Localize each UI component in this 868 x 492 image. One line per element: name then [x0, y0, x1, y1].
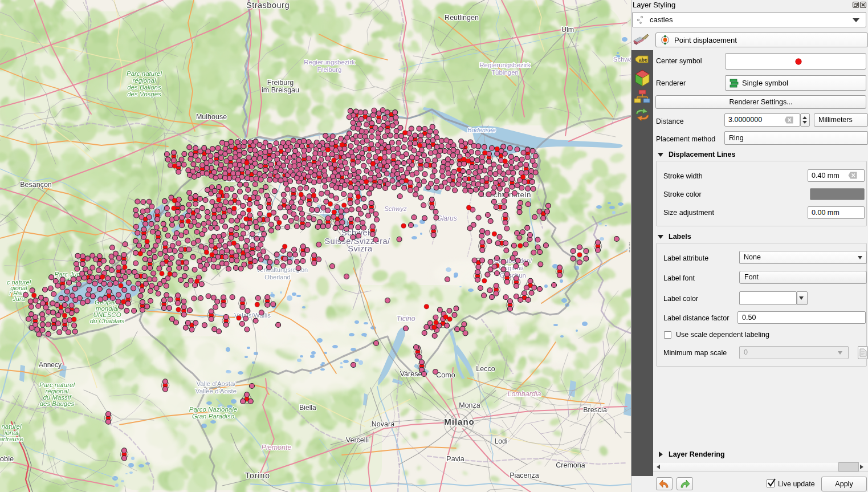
svg-text:Parc naturel: Parc naturel: [127, 70, 162, 77]
svg-text:du Chablais: du Chablais: [90, 318, 125, 324]
svg-text:Glarus: Glarus: [437, 214, 457, 222]
svg-text:Gran Paradiso: Gran Paradiso: [192, 413, 235, 420]
svg-text:Brescia: Brescia: [583, 406, 607, 414]
svg-text:Milano: Milano: [444, 417, 475, 426]
svg-text:Torino: Torino: [245, 471, 270, 480]
svg-text:Tübingen: Tübingen: [491, 69, 519, 76]
svg-text:Schwä: Schwä: [613, 56, 631, 63]
svg-text:régional: régional: [133, 77, 156, 84]
svg-text:Strasbourg: Strasbourg: [246, 1, 290, 10]
svg-text:Oberland: Oberland: [264, 274, 290, 280]
svg-text:Mulhouse: Mulhouse: [196, 113, 227, 121]
svg-text:Pavia: Pavia: [446, 455, 464, 463]
svg-text:Parco Nazionale: Parco Nazionale: [189, 406, 237, 413]
svg-text:Ulm: Ulm: [561, 26, 574, 34]
svg-text:Jura: Jura: [12, 295, 25, 302]
svg-text:Cremona: Cremona: [556, 461, 585, 469]
svg-text:Monza: Monza: [459, 401, 480, 409]
svg-text:Piemonte: Piemonte: [262, 444, 292, 452]
svg-text:Lombardia: Lombardia: [507, 390, 541, 398]
svg-text:Lodi: Lodi: [495, 437, 508, 445]
svg-text:Freiburg: Freiburg: [317, 66, 342, 73]
svg-text:Schwyz: Schwyz: [384, 205, 407, 212]
svg-text:Svizra: Svizra: [348, 244, 373, 253]
svg-text:Ticino: Ticino: [396, 315, 415, 323]
svg-text:im Breisgau: im Breisgau: [262, 86, 299, 94]
svg-text:Biella: Biella: [299, 404, 316, 412]
svg-text:Annecy: Annecy: [39, 361, 62, 369]
svg-text:oble: oble: [0, 454, 14, 463]
svg-text:des Ballons: des Ballons: [127, 84, 161, 91]
svg-text:Novara: Novara: [372, 420, 394, 428]
svg-text:Piacenza: Piacenza: [510, 471, 539, 479]
svg-text:Reutlingen: Reutlingen: [445, 14, 479, 22]
svg-text:Besançon: Besançon: [20, 181, 52, 189]
svg-text:Grischun: Grischun: [500, 272, 526, 279]
svg-text:Valle d'Aosta/: Valle d'Aosta/: [196, 380, 236, 387]
svg-text:Vercelli: Vercelli: [346, 436, 369, 444]
svg-text:des Vosges: des Vosges: [127, 91, 161, 97]
svg-text:artreuse: artreuse: [0, 436, 23, 442]
svg-text:abc: abc: [639, 57, 647, 63]
svg-text:Vallée d'Aoste: Vallée d'Aoste: [195, 388, 237, 395]
svg-text:Freiburg: Freiburg: [267, 79, 294, 87]
svg-text:Bodensee: Bodensee: [467, 127, 496, 133]
svg-text:Regierungsbezirk: Regierungsbezirk: [479, 62, 531, 68]
svg-text:Lecco: Lecco: [476, 365, 495, 373]
svg-text:des Bauges: des Bauges: [40, 400, 75, 407]
svg-text:Regierungsbezirk: Regierungsbezirk: [304, 59, 355, 66]
svg-text:Varese: Varese: [400, 370, 422, 378]
svg-text:Como: Como: [436, 371, 455, 379]
